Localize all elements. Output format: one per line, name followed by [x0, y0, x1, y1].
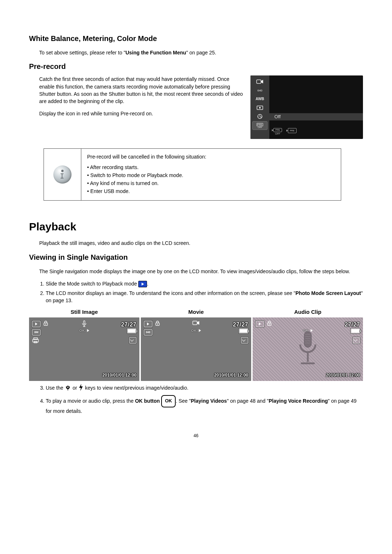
playback-icon: [32, 321, 41, 327]
pre-record-option-on: PRE: [287, 128, 298, 135]
note-item: Enter USB mode.: [87, 188, 335, 195]
resolution-640-icon: 640: [144, 329, 152, 336]
ok-play-hint: OK:: [303, 328, 313, 333]
off-label: OFF: [275, 132, 280, 136]
preview-title-audio: Audio Clip: [253, 308, 363, 316]
svg-rect-9: [83, 321, 85, 324]
pre-record-icon-note: Display the icon in red while turning Pr…: [39, 110, 243, 117]
svg-point-3: [258, 116, 258, 117]
info-icon: [53, 165, 72, 184]
resolution-640-icon: 640: [253, 86, 267, 94]
pre-record-paragraph: Catch the first three seconds of action …: [39, 75, 243, 105]
metering-icon: [253, 104, 267, 112]
wb-link-function-menu: Using the Function Menu: [126, 50, 186, 56]
camera-menu-screenshot: 640 AWB PRE OFF Off PRE: [250, 75, 363, 139]
note-item: Any kind of menu is turned on.: [87, 180, 335, 187]
photo-mode-layout-link: Photo Mode Screen Layout: [295, 290, 361, 296]
single-nav-steps-cont: Use the or keys to view next/previous im…: [29, 384, 363, 415]
dpof-icon: [32, 337, 39, 345]
movie-mode-icon: [253, 78, 267, 86]
pre-record-options: PRE OFF PRE: [272, 128, 298, 135]
wb-text-a: To set above settings, please refer to ": [39, 50, 126, 56]
image-counter: 27/27: [233, 320, 248, 329]
playing-videos-link: Playing Videos: [191, 398, 227, 404]
playing-voice-recording-link: Playing Voice Recording: [269, 398, 328, 404]
image-counter: 27/27: [344, 320, 360, 329]
single-nav-steps: Slide the Mode switch to Playback mode .…: [29, 280, 363, 304]
movie-icon: [192, 320, 200, 327]
color-mode-icon: [253, 112, 267, 120]
playback-icon: [256, 321, 264, 327]
timestamp: 2010/01/01 12:00: [102, 372, 136, 378]
pre-record-note-table: Pre-record will be cancelled in the foll…: [44, 148, 341, 200]
battery-icon: [127, 328, 136, 333]
lock-icon: [155, 320, 160, 328]
pre-label: PRE: [290, 129, 294, 132]
storage-card-icon: [129, 337, 136, 344]
step-3: Use the or keys to view next/previous im…: [46, 384, 363, 393]
pre-label: PRE: [275, 128, 280, 132]
pre-record-option-off: PRE OFF: [272, 128, 283, 135]
ok-button-icon: OK: [161, 395, 176, 407]
playback-mode-icon: [138, 281, 147, 287]
storage-card-icon: [353, 337, 360, 344]
image-counter: 27/27: [121, 320, 136, 329]
pre-record-selected-value: Off: [269, 113, 363, 120]
preview-audio: 27/27 OK: 2010/01/01 12:00: [253, 317, 363, 381]
resolution-8m-icon: 8M: [32, 329, 41, 336]
page-number: 46: [29, 433, 363, 439]
playback-icon: [144, 321, 152, 327]
svg-rect-2: [259, 107, 261, 108]
voice-memo-icon: [81, 320, 87, 329]
svg-point-4: [261, 116, 262, 117]
step-4: To play a movie or audio clip, press the…: [46, 395, 363, 415]
preview-title-still: Still Image: [29, 308, 139, 316]
svg-rect-0: [257, 80, 261, 83]
svg-rect-16: [304, 332, 311, 348]
macro-flower-icon: [65, 384, 71, 393]
timestamp: 2010/01/01 12:00: [214, 372, 248, 378]
svg-point-8: [45, 324, 46, 324]
preview-movie: 27/27 640 OK: 2010/01/01 12:00: [141, 317, 251, 381]
heading-white-balance: White Balance, Metering, Color Mode: [29, 33, 363, 44]
microphone-icon: [295, 330, 320, 368]
wb-paragraph: To set above settings, please refer to "…: [39, 49, 363, 56]
lock-icon: [266, 320, 272, 328]
svg-point-31: [68, 386, 69, 387]
preview-still: 27/27 8M OK: 2010/01/01 12:00: [29, 317, 139, 381]
camera-menu-sidebar: 640 AWB PRE OFF: [250, 75, 269, 139]
battery-icon: [351, 328, 360, 333]
step-2: The LCD monitor displays an image. To un…: [46, 290, 363, 304]
flash-bolt-icon: [78, 384, 83, 393]
svg-point-25: [269, 324, 270, 324]
heading-playback: Playback: [29, 219, 363, 235]
heading-single-navigation: Viewing in Single Navigation: [29, 252, 363, 263]
preview-title-movie: Movie: [141, 308, 251, 316]
lock-icon: [43, 320, 49, 328]
svg-point-5: [260, 118, 260, 119]
note-item: After recording starts.: [87, 164, 335, 171]
ok-button-label: OK button: [135, 398, 160, 404]
pre-record-icon: PRE OFF: [252, 121, 268, 130]
step-1: Slide the Mode switch to Playback mode .: [46, 280, 363, 287]
svg-point-14: [157, 324, 158, 324]
battery-icon: [239, 328, 248, 333]
awb-icon: AWB: [253, 95, 267, 103]
single-nav-paragraph: The Single navigation mode displays the …: [39, 268, 363, 275]
ok-play-hint: OK:: [191, 328, 201, 333]
note-lead: Pre-record will be cancelled in the foll…: [87, 154, 206, 160]
note-item: Switch to Photo mode or Playback mode.: [87, 172, 335, 179]
heading-pre-record: Pre-record: [29, 61, 363, 72]
svg-rect-15: [193, 321, 197, 325]
timestamp: 2010/01/01 12:00: [326, 372, 360, 378]
preview-row: Still Image 27/27 8M OK: 2010/01/01 12:0…: [29, 308, 363, 381]
svg-point-6: [61, 170, 64, 172]
storage-card-icon: [241, 337, 248, 344]
ok-play-hint: OK:: [79, 328, 89, 333]
wb-text-c: " on page 25.: [186, 50, 216, 56]
playback-intro: Playback the still images, video and aud…: [39, 239, 363, 247]
